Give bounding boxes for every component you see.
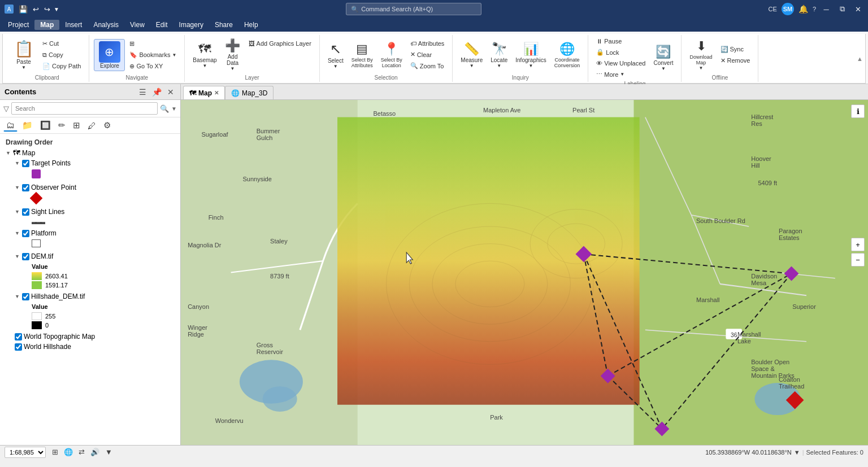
- download-map-button[interactable]: ⬇ Download Map ▼: [686, 37, 715, 73]
- bookmarks-button[interactable]: 🔖 Bookmarks ▼: [126, 50, 180, 60]
- infographics-button[interactable]: 📊 Infographics ▼: [512, 40, 549, 71]
- map-info-btn[interactable]: ℹ: [851, 104, 865, 118]
- menu-help[interactable]: Help: [238, 20, 264, 30]
- search-more-icon[interactable]: ▼: [171, 106, 177, 112]
- menu-view[interactable]: View: [124, 20, 150, 30]
- hillshade-arrow: ▼: [15, 294, 20, 299]
- layer-world-topo[interactable]: World Topographic Map: [3, 331, 177, 342]
- status-more-btn[interactable]: ▼: [103, 447, 114, 457]
- audio-btn[interactable]: 🔊: [89, 447, 101, 457]
- locate-button[interactable]: 🔭 Locate ▼: [487, 40, 511, 71]
- ribbon-collapse[interactable]: ▲: [857, 35, 863, 82]
- layer-platform[interactable]: ▼ Platform: [3, 228, 177, 238]
- layer-observer-point[interactable]: ▼ Observer Point: [3, 182, 177, 193]
- minimize-button[interactable]: ─: [821, 3, 832, 15]
- add-data-button[interactable]: ➕ Add Data ▼: [222, 36, 244, 73]
- target-checkbox[interactable]: [22, 160, 29, 167]
- menu-imagery[interactable]: Imagery: [173, 20, 209, 30]
- command-search[interactable]: 🔍 Command Search (Alt+Q): [346, 3, 481, 15]
- panel-close-icon[interactable]: ✕: [166, 87, 176, 97]
- zoom-to-button[interactable]: 🔍 Zoom To: [407, 60, 448, 71]
- catalog-view-btn[interactable]: 📁: [19, 119, 36, 132]
- attributes-button[interactable]: 🏷 Attributes: [407, 38, 448, 49]
- layer-sight-lines[interactable]: ▼ Sight Lines: [3, 207, 177, 217]
- select-button[interactable]: ↖ Select ▼: [324, 39, 347, 71]
- copy-button[interactable]: ⧉ Copy: [39, 50, 84, 60]
- label-btn[interactable]: 🖊: [85, 120, 99, 132]
- layer-dem[interactable]: ▼ DEM.tif: [3, 251, 177, 261]
- layer-target-points[interactable]: ▼ Target Points: [3, 158, 177, 168]
- lock-button[interactable]: 🔒 Lock: [593, 47, 649, 58]
- tab-map[interactable]: 🗺 Map ✕: [183, 86, 225, 99]
- search-input[interactable]: [11, 102, 158, 115]
- notification-icon[interactable]: 🔔: [798, 5, 808, 14]
- coord-dropdown[interactable]: ▼: [794, 449, 800, 456]
- menu-analysis[interactable]: Analysis: [88, 20, 124, 30]
- edit-btn[interactable]: ✏: [55, 119, 68, 132]
- scale-select[interactable]: 1:68,985: [5, 447, 46, 458]
- tab-map-3d[interactable]: 🌐 Map_3D: [225, 86, 274, 99]
- fixed-zoom-button[interactable]: ⊞: [126, 38, 138, 49]
- select-by-location-button[interactable]: 📍 Select By Location: [377, 40, 406, 71]
- map-arrow: ▼: [6, 150, 11, 156]
- list-view-btn[interactable]: 🗂: [3, 119, 18, 132]
- coordinate-conversion-button[interactable]: 🌐 Coordinate Conversion: [551, 40, 584, 71]
- select-by-attributes-button[interactable]: ▤ Select By Attributes: [348, 40, 376, 71]
- menu-insert[interactable]: Insert: [59, 20, 88, 30]
- undo-button[interactable]: ↩: [31, 5, 41, 14]
- layer-map[interactable]: ▼ 🗺 Map: [3, 147, 177, 158]
- menu-project[interactable]: Project: [2, 20, 34, 30]
- save-button[interactable]: 💾: [17, 5, 29, 14]
- snapping-btn[interactable]: 🔲: [37, 119, 54, 132]
- dem-checkbox[interactable]: [22, 253, 29, 260]
- settings-btn[interactable]: ⚙: [101, 119, 114, 132]
- basemap-button[interactable]: 🗺 Basemap ▼: [189, 40, 220, 71]
- sight-swatch: [32, 222, 45, 224]
- world-topo-checkbox[interactable]: [15, 333, 22, 341]
- layer-hillshade[interactable]: ▼ Hillshade_DEM.tif: [3, 291, 177, 302]
- cut-button[interactable]: ✂ Cut: [39, 38, 84, 49]
- search-icon[interactable]: 🔍: [160, 104, 169, 113]
- sync-button[interactable]: 🔄 Sync: [717, 44, 754, 55]
- view-unplaced-button[interactable]: 👁 View Unplaced: [593, 58, 649, 68]
- measure-button[interactable]: 📏 Measure ▼: [457, 40, 486, 71]
- map-canvas[interactable]: 36: [181, 100, 868, 445]
- clear-button[interactable]: ✕ Clear: [407, 49, 448, 60]
- download-map-icon: ⬇: [696, 39, 706, 54]
- observer-checkbox[interactable]: [22, 184, 29, 191]
- status-separator: |: [802, 449, 804, 456]
- redo-button[interactable]: ↪: [42, 5, 52, 14]
- more-button[interactable]: ⋯ More ▼: [593, 69, 649, 80]
- menu-share[interactable]: Share: [209, 20, 238, 30]
- sight-checkbox[interactable]: [22, 208, 29, 216]
- remove-button[interactable]: ✕ Remove: [717, 55, 754, 66]
- goto-xy-button[interactable]: ⊕ Go To XY: [126, 61, 180, 72]
- add-graphics-layer-button[interactable]: 🖼 Add Graphics Layer: [245, 38, 315, 49]
- platform-checkbox[interactable]: [22, 230, 29, 237]
- layer-world-hillshade[interactable]: World Hillshade: [3, 342, 177, 352]
- menu-map[interactable]: Map: [34, 20, 59, 30]
- grid-btn[interactable]: ⊞: [50, 447, 60, 457]
- tab-map-close[interactable]: ✕: [214, 90, 219, 96]
- hillshade-checkbox[interactable]: [22, 293, 29, 300]
- pause-button[interactable]: ⏸ Pause: [593, 36, 649, 46]
- explore-button[interactable]: ⊕ Explore: [94, 39, 125, 71]
- world-btn[interactable]: 🌐: [62, 447, 75, 457]
- map-zoom-out-btn[interactable]: −: [851, 253, 865, 267]
- convert-button[interactable]: 🔄 Convert ▼: [650, 42, 676, 73]
- quick-access-more[interactable]: ▼: [54, 6, 59, 12]
- map-zoom-in-btn[interactable]: +: [851, 238, 865, 251]
- restore-button[interactable]: ⧉: [836, 3, 848, 15]
- paste-button[interactable]: 📋 Paste ▼: [10, 37, 38, 72]
- world-hillshade-checkbox[interactable]: [15, 343, 22, 351]
- menu-edit[interactable]: Edit: [150, 20, 173, 30]
- copy-path-button[interactable]: 📄 Copy Path: [39, 61, 84, 72]
- sync-status-btn[interactable]: ⇄: [77, 447, 86, 457]
- help-icon[interactable]: ?: [813, 6, 816, 12]
- add-btn[interactable]: ⊞: [70, 119, 83, 132]
- infographics-icon: 📊: [523, 42, 539, 56]
- panel-pin-icon[interactable]: 📌: [150, 87, 163, 97]
- close-button[interactable]: ✕: [852, 3, 863, 15]
- panel-menu-icon[interactable]: ☰: [137, 87, 148, 97]
- user-avatar[interactable]: SM: [782, 3, 794, 15]
